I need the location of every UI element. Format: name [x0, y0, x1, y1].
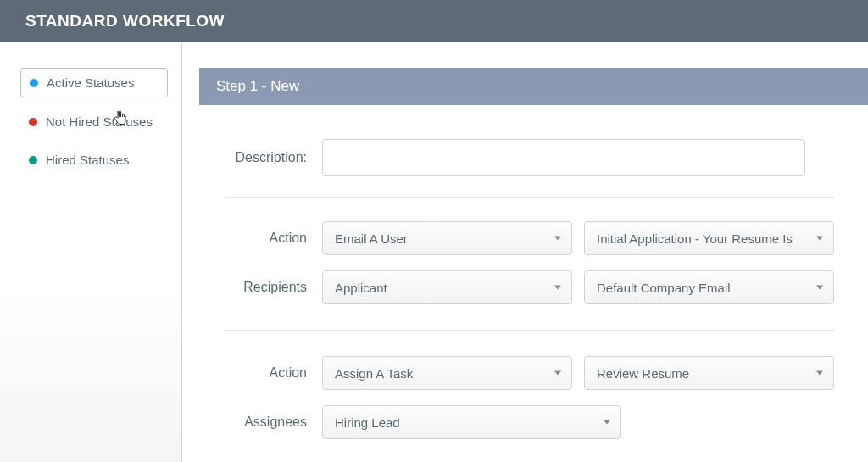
form-controls: Assign A Task Review Resume	[322, 356, 834, 390]
step-title: Step 1 - New	[216, 78, 299, 94]
page-header: STANDARD WORKFLOW	[0, 0, 868, 42]
chevron-down-icon	[604, 420, 610, 425]
step-header: Step 1 - New	[199, 68, 868, 105]
assignees-label: Assignees	[225, 415, 322, 430]
page-title: STANDARD WORKFLOW	[25, 12, 225, 30]
task-select[interactable]: Review Resume	[584, 356, 834, 390]
action-type-select[interactable]: Email A User	[322, 221, 572, 255]
sidebar-item-active-statuses[interactable]: Active Statuses	[20, 68, 168, 97]
sidebar-item-hired-statuses[interactable]: Hired Statuses	[20, 146, 168, 174]
select-value: Initial Application - Your Resume Is	[597, 231, 793, 246]
select-value: Applicant	[335, 281, 387, 295]
sidebar-item-not-hired-statuses[interactable]: Not Hired Statuses	[20, 108, 168, 136]
sender-email-select[interactable]: Default Company Email	[584, 270, 834, 304]
form-controls: Hiring Lead	[322, 405, 621, 439]
action-label: Action	[225, 231, 322, 246]
select-value: Default Company Email	[597, 281, 731, 295]
recipients-row: Recipients Applicant Default Company Ema…	[225, 270, 834, 304]
chevron-down-icon	[816, 237, 823, 241]
status-dot-icon	[29, 118, 37, 126]
select-value: Assign A Task	[335, 366, 413, 381]
form-area: Description: Action Email A User Initial…	[199, 105, 868, 462]
action-template-select[interactable]: Initial Application - Your Resume Is	[584, 221, 834, 255]
assignees-row: Assignees Hiring Lead	[225, 405, 834, 439]
description-row: Description:	[225, 139, 834, 176]
divider	[225, 197, 834, 198]
select-value: Hiring Lead	[335, 415, 400, 430]
action-type-select[interactable]: Assign A Task	[322, 356, 572, 390]
content-area: Step 1 - New Description: Action Email A…	[182, 42, 868, 462]
chevron-down-icon	[816, 286, 823, 290]
action-label: Action	[225, 365, 322, 381]
select-value: Email A User	[335, 231, 408, 246]
sidebar-item-label: Hired Statuses	[46, 153, 129, 167]
select-value: Review Resume	[597, 366, 689, 381]
chevron-down-icon	[554, 286, 561, 290]
form-controls: Applicant Default Company Email	[322, 270, 834, 304]
description-label: Description:	[225, 150, 322, 165]
form-controls: Email A User Initial Application - Your …	[322, 221, 834, 255]
chevron-down-icon	[554, 371, 561, 376]
assignee-select[interactable]: Hiring Lead	[322, 405, 621, 439]
divider	[225, 330, 834, 331]
action-row: Action Email A User Initial Application …	[225, 221, 834, 255]
status-dot-icon	[30, 79, 38, 87]
description-input[interactable]	[322, 139, 805, 176]
recipient-select[interactable]: Applicant	[322, 270, 572, 304]
main-container: Active Statuses Not Hired Statuses Hired…	[0, 42, 868, 462]
sidebar: Active Statuses Not Hired Statuses Hired…	[0, 42, 182, 462]
status-dot-icon	[29, 156, 37, 164]
chevron-down-icon	[554, 237, 561, 241]
action-row: Action Assign A Task Review Resume	[225, 356, 834, 390]
chevron-down-icon	[816, 371, 823, 376]
recipients-label: Recipients	[225, 280, 322, 295]
sidebar-item-label: Not Hired Statuses	[46, 114, 153, 129]
form-controls	[322, 139, 834, 176]
sidebar-item-label: Active Statuses	[47, 75, 134, 90]
